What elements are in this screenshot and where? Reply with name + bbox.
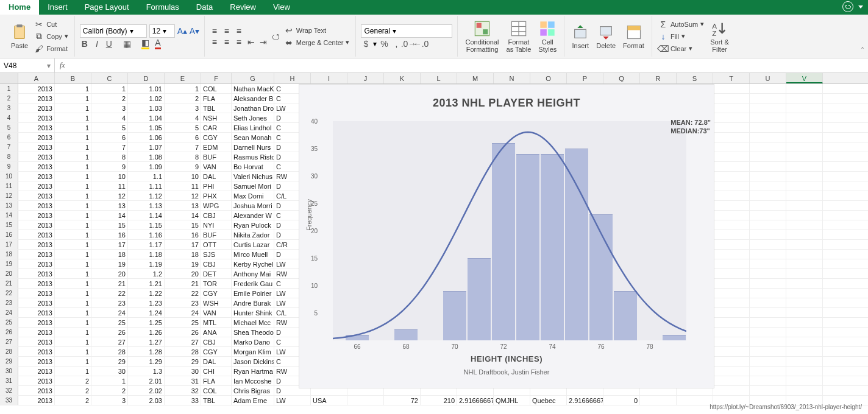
cell[interactable]: Elias Lindhol	[232, 123, 274, 132]
cell[interactable]	[786, 133, 823, 142]
cell[interactable]: 16	[91, 230, 128, 239]
ribbon-tab-home[interactable]: Home	[0, 0, 39, 15]
cell[interactable]	[786, 318, 823, 327]
cell[interactable]: 2013	[18, 298, 55, 307]
cell[interactable]: 1	[55, 211, 91, 220]
cell[interactable]: 1	[55, 240, 91, 249]
cell[interactable]: 2013	[18, 328, 55, 337]
row-header[interactable]: 9	[0, 162, 18, 171]
cell[interactable]	[786, 328, 823, 337]
cell[interactable]: Darnell Nurs	[232, 142, 274, 152]
column-header[interactable]: F	[201, 73, 232, 83]
cell[interactable]: BUF	[201, 152, 232, 161]
cell[interactable]	[750, 289, 786, 298]
align-center-icon[interactable]: ≡	[222, 37, 232, 47]
cell[interactable]: 2	[55, 396, 91, 405]
align-left-icon[interactable]: ≡	[210, 37, 219, 47]
column-header[interactable]: R	[640, 73, 677, 83]
insert-button[interactable]: Insert	[569, 23, 591, 51]
cell[interactable]: 29	[91, 357, 128, 366]
cell[interactable]: 16	[165, 230, 201, 239]
ribbon-tab-insert[interactable]: Insert	[39, 0, 76, 15]
cell[interactable]: CGY	[201, 289, 232, 298]
cell[interactable]: 10	[165, 172, 201, 181]
cell[interactable]: Jonathan Dro	[232, 103, 274, 113]
cell[interactable]: 0	[603, 396, 640, 405]
cell[interactable]: 2013	[18, 103, 55, 113]
cell[interactable]	[750, 318, 786, 327]
cell[interactable]: 9	[91, 162, 128, 171]
cell[interactable]: 1.03	[128, 103, 165, 113]
cell[interactable]: 2013	[18, 240, 55, 249]
cell[interactable]: 1	[55, 279, 91, 288]
cell[interactable]: PHI	[201, 181, 232, 191]
cell[interactable]	[713, 181, 750, 191]
cell[interactable]: 14	[91, 211, 128, 220]
cell[interactable]: CHI	[201, 367, 232, 376]
cell[interactable]: 2013	[18, 386, 55, 395]
cell[interactable]: 1.14	[128, 211, 165, 220]
cell[interactable]: 9	[165, 162, 201, 171]
cell[interactable]: 28	[165, 347, 201, 356]
row-header[interactable]: 7	[0, 142, 18, 152]
cell[interactable]	[786, 259, 823, 268]
cell[interactable]: TOR	[201, 279, 232, 288]
cell[interactable]: CBJ	[201, 259, 232, 268]
cell[interactable]	[786, 123, 823, 132]
cell[interactable]	[750, 113, 786, 122]
cell[interactable]: 27	[91, 337, 128, 346]
cell[interactable]: 33	[165, 396, 201, 405]
cell[interactable]: Jason Dickins	[232, 357, 274, 366]
cell[interactable]	[713, 113, 750, 122]
cell[interactable]: SJS	[201, 250, 232, 259]
cell[interactable]: TBL	[201, 103, 232, 113]
comma-icon[interactable]: ,	[391, 39, 401, 49]
column-header[interactable]: U	[750, 73, 786, 83]
cell[interactable]	[750, 103, 786, 113]
row-header[interactable]: 15	[0, 220, 18, 230]
cell[interactable]: 15	[91, 220, 128, 230]
cell[interactable]: 3	[91, 396, 128, 405]
column-header[interactable]: B	[55, 73, 91, 83]
cell[interactable]	[786, 367, 823, 376]
column-header[interactable]: H	[274, 73, 311, 83]
cell[interactable]: Alexander W	[232, 211, 274, 220]
cell[interactable]: 1	[91, 84, 128, 93]
cell[interactable]	[750, 298, 786, 307]
cell[interactable]: 72	[384, 396, 421, 405]
cell[interactable]: 1	[55, 123, 91, 132]
cell[interactable]	[750, 230, 786, 239]
orientation-icon[interactable]: ⭯	[271, 32, 280, 41]
cell[interactable]	[713, 318, 750, 327]
ribbon-tab-formulas[interactable]: Formulas	[138, 0, 188, 15]
cell[interactable]: USA	[311, 396, 347, 405]
cell[interactable]: 1.26	[128, 328, 165, 337]
cell[interactable]	[786, 240, 823, 249]
cell[interactable]	[786, 269, 823, 278]
cell[interactable]: 2013	[18, 250, 55, 259]
cell[interactable]	[750, 376, 786, 385]
cell[interactable]: 2013	[18, 142, 55, 152]
cell[interactable]: 1.04	[128, 113, 165, 122]
cell[interactable]	[713, 279, 750, 288]
cell[interactable]: 1.23	[128, 298, 165, 307]
cell[interactable]: 1	[165, 84, 201, 93]
cell[interactable]: 1.05	[128, 123, 165, 132]
cell[interactable]: 10	[91, 172, 128, 181]
cell[interactable]: COL	[201, 386, 232, 395]
increase-indent-icon[interactable]: ⇥	[258, 37, 268, 47]
column-header[interactable]: K	[384, 73, 421, 83]
wrap-text-button[interactable]: ↩Wrap Text	[283, 25, 351, 36]
cell[interactable]: Aleksander B	[232, 94, 274, 103]
cell[interactable]: 1.22	[128, 289, 165, 298]
format-painter-button[interactable]: 🖌Format	[33, 43, 69, 54]
cell[interactable]	[750, 172, 786, 181]
cell[interactable]	[786, 386, 823, 395]
cell[interactable]: 3	[91, 103, 128, 113]
cell[interactable]	[750, 250, 786, 259]
row-header[interactable]: 27	[0, 337, 18, 346]
cell[interactable]: 1.19	[128, 259, 165, 268]
cell[interactable]	[713, 133, 750, 142]
cell[interactable]: TBL	[201, 396, 232, 405]
cell[interactable]: 1.12	[128, 191, 165, 200]
